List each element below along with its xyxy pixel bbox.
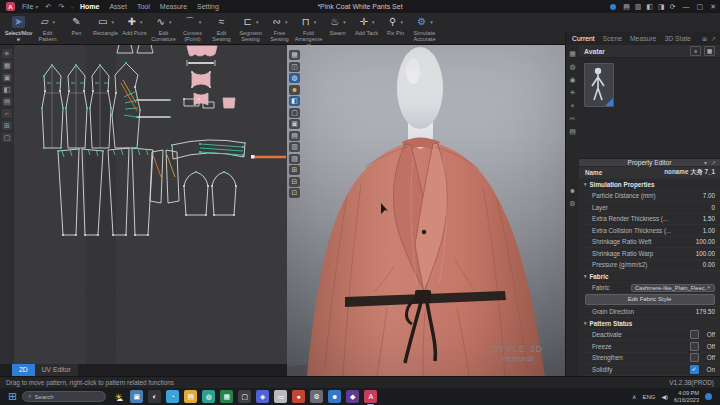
free-sewing-tool[interactable]: ∾▼ Free Sewing bbox=[265, 15, 294, 42]
show-pattern-fill-icon[interactable]: ▣ bbox=[2, 73, 12, 82]
show-seam-allowance-icon[interactable]: ◧ bbox=[2, 85, 12, 94]
start-button[interactable]: ⊞ bbox=[8, 388, 17, 405]
Home[interactable]: Home bbox=[80, 3, 99, 10]
list-view-icon[interactable]: ≡ bbox=[690, 46, 701, 56]
show-baseline-icon[interactable]: ▤ bbox=[2, 97, 12, 106]
checkbox[interactable] bbox=[690, 365, 699, 374]
trim-icon[interactable]: ✂ bbox=[568, 114, 577, 123]
camera-icon[interactable]: ⌖ bbox=[568, 101, 577, 110]
show-floor-icon[interactable]: ⊟ bbox=[289, 177, 300, 187]
avatar-settings-icon[interactable]: ☻ bbox=[568, 186, 577, 195]
taskbar-search[interactable]: ⌕ Search bbox=[22, 391, 106, 402]
section-pattern-status[interactable]: ▾Pattern Status bbox=[579, 318, 720, 330]
taskbar-app-teams[interactable]: ◈ bbox=[256, 390, 269, 403]
show-texture-icon[interactable]: ⊞ bbox=[2, 121, 12, 130]
2D[interactable]: 2D bbox=[12, 364, 35, 376]
avatar-thumbnail[interactable] bbox=[584, 63, 614, 107]
history-caret-icon[interactable]: › bbox=[71, 4, 73, 10]
garment-tab-icon[interactable]: ◉ bbox=[568, 75, 577, 84]
app-logo-icon[interactable]: A bbox=[6, 2, 15, 11]
convex-point-tool[interactable]: ⌒▼ Convex (Point) bbox=[178, 15, 207, 42]
settings-icon[interactable]: ⚙ bbox=[568, 199, 577, 208]
textured-surface-icon[interactable]: ▣ bbox=[289, 119, 300, 129]
checkbox[interactable] bbox=[690, 342, 699, 351]
grid-view-icon[interactable]: ▦ bbox=[704, 46, 715, 56]
weather-icon[interactable]: ☀☁ bbox=[111, 392, 125, 402]
UV Editor[interactable]: UV Editor bbox=[35, 364, 78, 376]
popout-icon[interactable]: ↗ bbox=[711, 159, 716, 166]
3d-scene[interactable] bbox=[287, 45, 565, 376]
maximize-button[interactable]: ▢ bbox=[697, 0, 704, 13]
taskbar-app-explorer[interactable]: ◐ bbox=[148, 390, 161, 403]
taskbar-app-contacts[interactable]: ☻ bbox=[328, 390, 341, 403]
viewport-3d-left-icon[interactable]: ◧ bbox=[646, 0, 653, 13]
add-tack-tool[interactable]: ✛▼ Add Tack bbox=[352, 15, 381, 36]
notification-badge[interactable] bbox=[705, 393, 712, 400]
checkbox[interactable] bbox=[690, 353, 699, 362]
avatar-mesh-icon[interactable]: ☻ bbox=[289, 85, 300, 95]
close-button[interactable]: ✕ bbox=[710, 0, 716, 13]
edit-curvature-tool[interactable]: ∿▼ Edit Curvature bbox=[149, 15, 178, 42]
Asset[interactable]: Asset bbox=[109, 3, 127, 10]
viewport-3d-right-icon[interactable]: ◨ bbox=[658, 0, 665, 13]
add-point-tool[interactable]: ✚▼ Add Point bbox=[120, 15, 149, 36]
3D State[interactable]: 3D State bbox=[664, 35, 690, 42]
dock-icon[interactable]: ⊞ bbox=[702, 35, 707, 42]
coat-button[interactable] bbox=[422, 230, 426, 234]
taskbar-app-dark[interactable]: ▢ bbox=[238, 390, 251, 403]
taskbar-app-settings[interactable]: ⚙ bbox=[310, 390, 323, 403]
3d-viewport[interactable]: ▦◫◍☻◧▢▣▤▥▨⊞⊟⊡ STYLE 3D Personal bbox=[287, 45, 565, 376]
measure-line[interactable] bbox=[251, 155, 286, 159]
taskbar-app-edge[interactable]: ◔ bbox=[166, 390, 179, 403]
stress-map-icon[interactable]: ▨ bbox=[289, 154, 300, 164]
Tool[interactable]: Tool bbox=[137, 3, 150, 10]
show-grid-icon[interactable]: ▦ bbox=[2, 61, 12, 70]
float-icon[interactable]: ↗ bbox=[711, 35, 716, 42]
viewport-2d-icon[interactable]: ▤ bbox=[623, 0, 630, 13]
avatar-tab-icon[interactable]: ◍ bbox=[568, 62, 577, 71]
taskbar-app-photos[interactable]: ▣ bbox=[130, 390, 143, 403]
select-move-tool[interactable]: ➤▼ Select/Move bbox=[4, 15, 33, 42]
taskbar-app-purple[interactable]: ◆ bbox=[346, 390, 359, 403]
rectangle-tool[interactable]: ▭▼ Rectangle bbox=[91, 15, 120, 36]
taskbar-app-red[interactable]: ● bbox=[292, 390, 305, 403]
section-simulation-properties[interactable]: ▾Simulation Properties bbox=[579, 179, 720, 191]
minimize-button[interactable]: — bbox=[683, 0, 690, 13]
file-menu[interactable]: File ▾ bbox=[22, 3, 38, 10]
hidden-icons-chevron[interactable]: ∧ bbox=[632, 393, 636, 400]
fabric-dropdown[interactable]: Cashmere-like_Plain_Fleec... ▼ bbox=[631, 284, 715, 292]
pattern-pieces[interactable] bbox=[42, 45, 245, 235]
taskbar-app-browser[interactable]: ◍ bbox=[202, 390, 215, 403]
taskbar-clock[interactable]: 4:09 PM 6/16/2023 bbox=[674, 390, 699, 403]
scene-objects-icon[interactable]: ▦ bbox=[568, 49, 577, 58]
pattern-canvas[interactable] bbox=[0, 45, 287, 376]
wind-icon[interactable]: ⊡ bbox=[289, 188, 300, 198]
volume-icon[interactable]: ◀) bbox=[661, 393, 668, 400]
checkbox[interactable] bbox=[690, 330, 699, 339]
garment-coat[interactable] bbox=[307, 138, 545, 377]
Measure[interactable]: Measure bbox=[630, 35, 656, 42]
show-stitches-icon[interactable]: ▢ bbox=[289, 108, 300, 118]
undo-icon[interactable]: ↶ bbox=[45, 3, 51, 11]
light-icon[interactable]: ☀ bbox=[568, 88, 577, 97]
show-garment-icon[interactable]: ◍ bbox=[289, 73, 300, 83]
pen-tool[interactable]: ✎▼ Pen bbox=[62, 15, 91, 36]
property-editor-header[interactable]: Property Editor ▾↗ bbox=[579, 159, 720, 167]
language-indicator[interactable]: ENG bbox=[642, 394, 655, 400]
Measure[interactable]: Measure bbox=[160, 3, 187, 10]
show-pins-icon[interactable]: ◧ bbox=[289, 96, 300, 106]
show-annotation-icon[interactable]: ⌐ bbox=[2, 109, 12, 118]
collapse-icon[interactable]: ▾ bbox=[704, 159, 707, 166]
steam-tool[interactable]: ♨▼ Steam bbox=[323, 15, 352, 36]
snap-grid-icon[interactable]: ✳ bbox=[2, 49, 12, 58]
fix-pin-tool[interactable]: ⚲▼ Fix Pin bbox=[381, 15, 410, 36]
taskbar-app-excel[interactable]: ▦ bbox=[220, 390, 233, 403]
simulate-tool[interactable]: ⚙▼ Simulate Accurate bbox=[410, 15, 439, 42]
2d-pattern-editor[interactable]: ✳▦▣◧▤⌐⊞▢ 2DUV Editor bbox=[0, 45, 288, 376]
taskbar-app-style3d[interactable]: A bbox=[364, 390, 377, 403]
taskbar-app-notepad[interactable]: ▭ bbox=[274, 390, 287, 403]
Current[interactable]: Current bbox=[572, 35, 595, 42]
edit-sewing-tool[interactable]: ≈▼ Edit Sewing bbox=[207, 15, 236, 42]
taskbar-app-folder[interactable]: ▤ bbox=[184, 390, 197, 403]
section-fabric[interactable]: ▾Fabric bbox=[579, 271, 720, 283]
